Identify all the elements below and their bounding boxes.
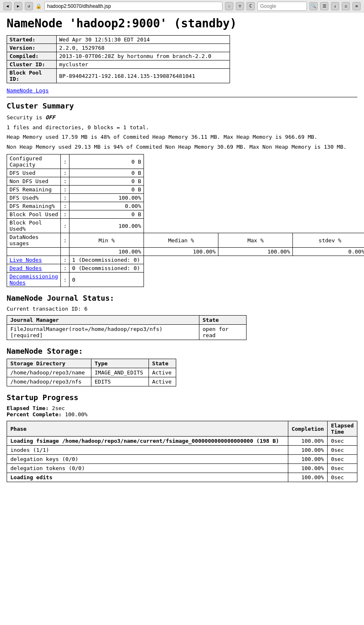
stat-colon: :: [61, 202, 69, 210]
url-bar[interactable]: [44, 2, 223, 11]
stat-value: 100.00%: [69, 219, 144, 233]
refresh-button[interactable]: ↺: [25, 2, 33, 10]
info-label: Cluster ID:: [7, 60, 57, 69]
stats-row: DFS Used%:100.00%: [7, 194, 364, 202]
progress-phase: Loading edits: [7, 473, 288, 482]
journal-col-header: State: [199, 316, 246, 325]
cluster-summary-title: Cluster Summary: [7, 101, 357, 110]
storage-title: NameNode Storage:: [7, 347, 357, 355]
journal-header-row: Journal ManagerState: [7, 316, 247, 325]
datanodes-value: 100.00%: [218, 248, 293, 256]
datanodes-empty-colon: [61, 248, 69, 256]
progress-completion: 100.00%: [288, 473, 327, 482]
node-value: 0: [69, 273, 144, 287]
datanodes-usages-row: DataNodes usages:Min %Median %Max %stdev…: [7, 233, 364, 248]
home-icon[interactable]: ⌂: [342, 2, 350, 10]
storage-col-header: Type: [91, 359, 148, 368]
stats-row: Block Pool Used:0 B: [7, 210, 364, 219]
journal-state: open for read: [199, 325, 246, 340]
stat-value: 0 B: [69, 169, 144, 177]
reload-button2[interactable]: C: [247, 2, 255, 10]
more-icon[interactable]: ≡: [352, 2, 361, 10]
journal-status-title: NameNode Journal Status:: [7, 294, 357, 302]
elapsed-label: Elapsed Time:: [7, 405, 49, 411]
stats-row: DFS Used:0 B: [7, 169, 364, 177]
journal-data-row: FileJournalManager(root=/home/hadoop/rep…: [7, 325, 247, 340]
stats-row: DFS Remaining%:0.00%: [7, 202, 364, 210]
stat-colon: :: [61, 169, 69, 177]
stat-value: 0 B: [69, 177, 144, 186]
node-link[interactable]: Dead Nodes: [10, 265, 42, 271]
datanodes-header: Min %: [69, 233, 144, 248]
non-heap-text: Non Heap Memory used 29.13 MB is 94% of …: [7, 143, 357, 151]
progress-header-row: PhaseCompletionElapsed Time: [7, 421, 357, 437]
page-title: NameNode 'hadoop2:9000' (standby): [7, 17, 357, 30]
info-value: 2013-10-07T06:28Z by hortonmu from branc…: [57, 52, 230, 60]
stat-colon: :: [61, 219, 69, 233]
search-icon[interactable]: 🔍: [309, 2, 318, 10]
security-text: Security is OFF: [7, 113, 357, 122]
node-row: Dead Nodes:0 (Decommissioned: 0): [7, 264, 364, 273]
progress-data-row: Loading edits100.00%0sec: [7, 473, 357, 482]
menu-icon[interactable]: ☰: [320, 2, 328, 10]
datanodes-value: 100.00%: [69, 248, 144, 256]
info-value: Wed Apr 30 12:51:30 EDT 2014: [57, 36, 230, 44]
search-input[interactable]: [257, 2, 307, 11]
progress-completion: 100.00%: [288, 455, 327, 464]
stat-colon: :: [61, 177, 69, 186]
info-row: Compiled:2013-10-07T06:28Z by hortonmu f…: [7, 52, 230, 60]
node-value: 1 (Decommissioned: 0): [69, 256, 144, 264]
info-value: mycluster: [57, 60, 230, 69]
elapsed-header: Elapsed Time: [328, 421, 357, 437]
progress-phase: inodes (1/1): [7, 446, 288, 455]
progress-table: PhaseCompletionElapsed Time Loading fsim…: [7, 421, 357, 482]
transaction-value: 6: [84, 306, 88, 312]
stats-row: DFS Remaining:0 B: [7, 186, 364, 194]
datanodes-empty-label: [7, 248, 61, 256]
stat-colon: :: [61, 186, 69, 194]
progress-completion: 100.00%: [288, 464, 327, 473]
namenode-logs-link[interactable]: NameNode Logs: [7, 87, 357, 94]
node-colon: :: [61, 256, 69, 264]
transaction-label: Current transaction ID:: [7, 306, 81, 312]
info-row: Block Pool ID:BP-894042271-192.168.124.1…: [7, 69, 230, 83]
node-label[interactable]: Dead Nodes: [7, 264, 61, 273]
stat-colon: :: [61, 210, 69, 219]
security-value: OFF: [46, 114, 55, 121]
percent-value: 100.00%: [65, 411, 88, 417]
node-row: Live Nodes:1 (Decommissioned: 0): [7, 256, 364, 264]
storage-type: EDITS: [91, 377, 148, 386]
node-link[interactable]: Live Nodes: [10, 257, 42, 263]
node-label[interactable]: Decommissioning Nodes: [7, 273, 61, 287]
bookmark-button[interactable]: ☆: [225, 2, 233, 10]
stat-label: DFS Used: [7, 169, 61, 177]
node-link[interactable]: Decommissioning Nodes: [10, 273, 58, 286]
transaction-id-text: Current transaction ID: 6: [7, 306, 357, 312]
back-button[interactable]: ◀: [3, 2, 12, 10]
favicon-icon: 🔒: [36, 3, 42, 9]
cluster-summary-text: Security is OFF 1 files and directories,…: [7, 113, 357, 151]
progress-data-row: Loading fsimage /home/hadoop/repo3/name/…: [7, 437, 357, 446]
browser-chrome: ◀ ▶ ↺ 🔒 ☆ ▽ C 🔍 ☰ ↓ ⌂ ≡: [0, 0, 364, 12]
storage-type: IMAGE_AND_EDITS: [91, 368, 148, 377]
files-dirs-text: 1 files and directories, 0 blocks = 1 to…: [7, 123, 357, 132]
progress-data-row: delegation tokens (0/0)100.00%0sec: [7, 464, 357, 473]
stat-value: 100.00%: [69, 194, 144, 202]
download-icon[interactable]: ↓: [331, 2, 339, 10]
info-value: BP-894042271-192.168.124.135-13988764810…: [57, 69, 230, 83]
node-label[interactable]: Live Nodes: [7, 256, 61, 264]
elapsed-time-text: Elapsed Time: 2sec: [7, 405, 357, 411]
stat-label: Configured Capacity: [7, 154, 61, 169]
star-button[interactable]: ▽: [236, 2, 244, 10]
progress-phase: delegation keys (0/0): [7, 455, 288, 464]
percent-complete-text: Percent Complete: 100.00%: [7, 411, 357, 417]
stat-value: 0 B: [69, 186, 144, 194]
info-row: Version:2.2.0, 1529768: [7, 44, 230, 52]
datanodes-value: 100.00%: [144, 248, 218, 256]
forward-button[interactable]: ▶: [14, 2, 22, 10]
progress-elapsed: 0sec: [328, 473, 357, 482]
percent-label: Percent Complete:: [7, 411, 62, 417]
stat-label: Non DFS Used: [7, 177, 61, 186]
progress-phase: delegation tokens (0/0): [7, 464, 288, 473]
storage-section: NameNode Storage: Storage DirectoryTypeS…: [7, 347, 357, 386]
